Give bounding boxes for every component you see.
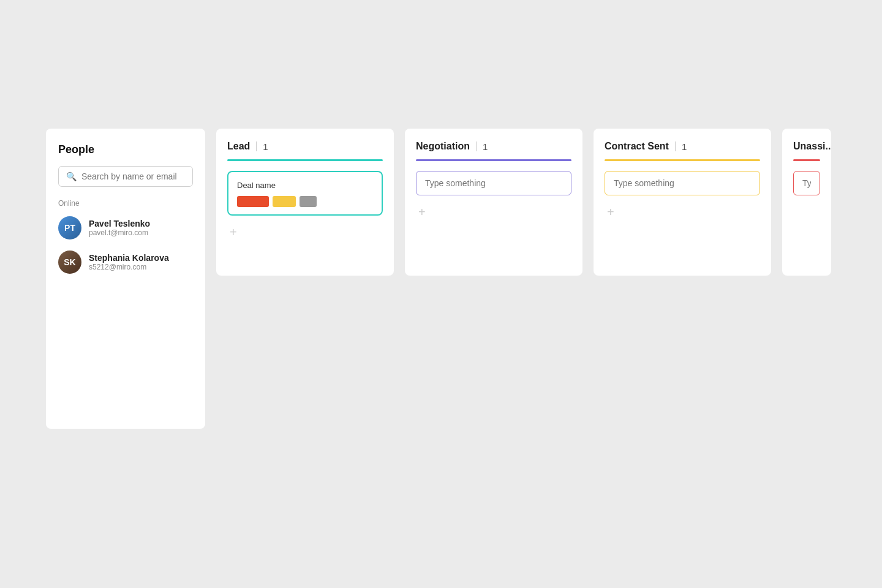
user-list: PT Pavel Teslenko pavel.t@miro.com SK St… [58,216,193,274]
column-title: Lead [227,141,250,152]
column-header: Negotiation 1 [416,141,571,152]
column-line [416,159,571,161]
type-input-card[interactable] [605,171,760,195]
kanban-column-contract-sent: Contract Sent 1 + [594,129,771,276]
search-input[interactable] [81,172,185,181]
user-info: Stephania Kolarova s5212@miro.com [89,253,169,271]
deal-card[interactable]: Deal name [227,171,383,216]
avatar: PT [58,216,81,239]
add-deal-button[interactable]: + [605,203,617,222]
column-divider [476,141,477,151]
main-layout: People 🔍 Online PT Pavel Teslenko pavel.… [0,0,882,429]
deal-tags [237,196,373,207]
search-box[interactable]: 🔍 [58,166,193,187]
type-input-card[interactable] [416,171,571,195]
column-line [227,159,383,161]
kanban-area: Lead 1 Deal name + Negotiation 1 [216,129,882,276]
add-deal-button[interactable]: + [227,223,239,242]
column-divider [256,141,257,151]
people-title: People [58,143,193,156]
user-name: Stephania Kolarova [89,253,169,263]
column-header: Lead 1 [227,141,383,152]
user-email: s5212@miro.com [89,263,169,271]
type-something-input-unassigned[interactable] [802,178,811,188]
column-count: 1 [483,141,488,152]
deal-name: Deal name [237,181,373,190]
column-count: 1 [682,141,687,152]
column-count: 1 [263,141,268,152]
column-title: Unassi... [793,141,831,152]
online-label: Online [58,199,193,208]
type-something-input-contract[interactable] [614,178,751,188]
list-item: PT Pavel Teslenko pavel.t@miro.com [58,216,193,239]
column-title: Negotiation [416,141,470,152]
people-panel: People 🔍 Online PT Pavel Teslenko pavel.… [46,129,205,429]
kanban-column-lead: Lead 1 Deal name + [216,129,394,276]
tag-red [237,196,269,207]
avatar: SK [58,251,81,274]
kanban-column-negotiation: Negotiation 1 + [405,129,582,276]
column-line [605,159,760,161]
search-icon: 🔍 [66,172,77,181]
user-email: pavel.t@miro.com [89,228,150,237]
type-something-input-negotiation[interactable] [425,178,562,188]
column-line [793,159,820,161]
kanban-column-unassigned: Unassi... [782,129,831,276]
user-info: Pavel Teslenko pavel.t@miro.com [89,219,150,237]
tag-yellow [273,196,296,207]
column-header: Unassi... [793,141,820,152]
tag-gray [300,196,317,207]
column-divider [675,141,676,151]
user-name: Pavel Teslenko [89,219,150,228]
add-deal-button[interactable]: + [416,203,428,222]
type-input-card[interactable] [793,171,820,195]
list-item: SK Stephania Kolarova s5212@miro.com [58,251,193,274]
column-title: Contract Sent [605,141,669,152]
column-header: Contract Sent 1 [605,141,760,152]
